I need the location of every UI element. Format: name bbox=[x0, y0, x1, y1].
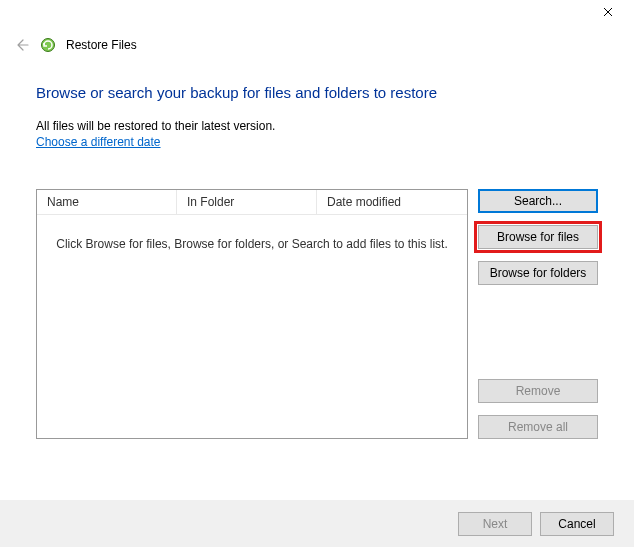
search-button[interactable]: Search... bbox=[478, 189, 598, 213]
column-date-modified[interactable]: Date modified bbox=[317, 190, 467, 214]
footer: Next Cancel bbox=[0, 499, 634, 547]
close-button[interactable] bbox=[590, 2, 626, 22]
remove-button: Remove bbox=[478, 379, 598, 403]
window-title: Restore Files bbox=[66, 38, 137, 52]
content-area: Browse or search your backup for files a… bbox=[0, 60, 634, 439]
spacer bbox=[478, 297, 598, 367]
column-in-folder[interactable]: In Folder bbox=[177, 190, 317, 214]
side-button-column: Search... Browse for files Browse for fo… bbox=[478, 189, 598, 439]
back-button[interactable] bbox=[12, 36, 30, 54]
header-row: Restore Files bbox=[0, 24, 634, 60]
back-arrow-icon bbox=[13, 37, 29, 53]
title-bar bbox=[0, 0, 634, 24]
page-heading: Browse or search your backup for files a… bbox=[36, 84, 598, 101]
list-header: Name In Folder Date modified bbox=[37, 190, 467, 215]
close-icon bbox=[603, 7, 613, 17]
empty-list-message: Click Browse for files, Browse for folde… bbox=[37, 215, 467, 273]
browse-folders-button[interactable]: Browse for folders bbox=[478, 261, 598, 285]
browse-files-button[interactable]: Browse for files bbox=[478, 225, 598, 249]
subtext: All files will be restored to their late… bbox=[36, 119, 598, 133]
remove-all-button: Remove all bbox=[478, 415, 598, 439]
cancel-button[interactable]: Cancel bbox=[540, 512, 614, 536]
next-button: Next bbox=[458, 512, 532, 536]
file-list-panel: Name In Folder Date modified Click Brows… bbox=[36, 189, 468, 439]
column-name[interactable]: Name bbox=[37, 190, 177, 214]
restore-icon bbox=[40, 37, 56, 53]
body-area: Name In Folder Date modified Click Brows… bbox=[36, 189, 598, 439]
choose-date-link[interactable]: Choose a different date bbox=[36, 135, 161, 149]
